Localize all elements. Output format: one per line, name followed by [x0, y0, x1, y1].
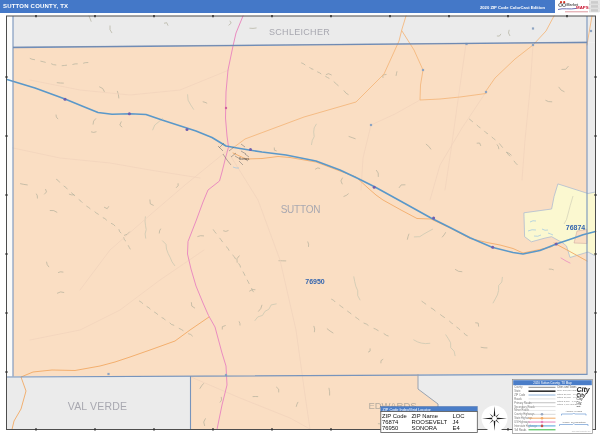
svg-text:US Highways: US Highways	[514, 420, 530, 424]
svg-text:State: State	[514, 389, 521, 393]
svg-text:E4: E4	[453, 425, 461, 431]
svg-text:Roads: Roads	[514, 397, 522, 401]
svg-text:LOC: LOC	[453, 413, 466, 419]
svg-text:County: County	[514, 385, 523, 389]
svg-text:MAPS: MAPS	[576, 5, 589, 10]
svg-text:76950: 76950	[382, 425, 399, 431]
svg-text:VAL VERDE: VAL VERDE	[68, 400, 128, 412]
svg-text:ZIP Name: ZIP Name	[412, 413, 439, 419]
svg-text:Copyright MarketMAPS: Copyright MarketMAPS	[572, 430, 592, 432]
svg-text:Approx. 10 Kilometers: Approx. 10 Kilometers	[562, 421, 586, 424]
svg-text:Toll Roads: Toll Roads	[514, 428, 527, 432]
svg-text:76874: 76874	[382, 419, 399, 425]
svg-text:ROOSEVELT: ROOSEVELT	[412, 419, 448, 425]
svg-text:Approx. 8 Miles: Approx. 8 Miles	[566, 410, 583, 413]
svg-text:Minor Roads: Minor Roads	[514, 408, 529, 412]
svg-text:J4: J4	[453, 419, 460, 425]
svg-text:SCHLEICHER: SCHLEICHER	[269, 27, 330, 37]
svg-text:2020 Sutton County, TX Map: 2020 Sutton County, TX Map	[533, 381, 572, 385]
svg-text:ZIP Code Index/Grid Locator: ZIP Code Index/Grid Locator	[383, 408, 432, 412]
svg-text:76950: 76950	[305, 278, 325, 285]
svg-text:ZIP Code: ZIP Code	[514, 393, 525, 397]
svg-text:ZIP Code: ZIP Code	[382, 413, 408, 419]
svg-text:SONORA: SONORA	[412, 425, 438, 431]
svg-text:City: City	[577, 405, 582, 408]
svg-text:SUTTON: SUTTON	[281, 204, 321, 215]
svg-text:76874: 76874	[566, 224, 586, 231]
svg-text:Sonora: Sonora	[239, 157, 250, 161]
